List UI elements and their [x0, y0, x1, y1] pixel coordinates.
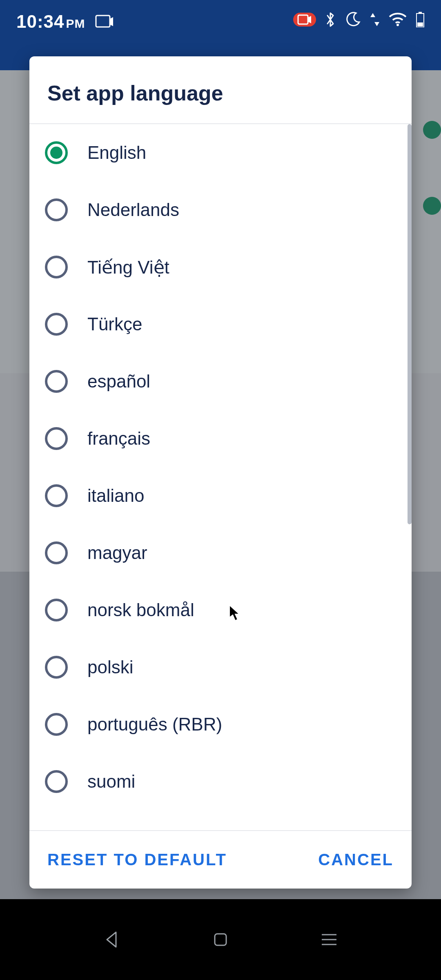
svg-rect-6 — [215, 934, 226, 945]
language-label: Türkçe — [87, 314, 142, 334]
language-label: português (RBR) — [87, 714, 222, 735]
language-option-tieng-viet[interactable]: Tiếng Việt — [29, 238, 412, 296]
language-option-portugues-rbr[interactable]: português (RBR) — [29, 696, 412, 753]
language-option-turkce[interactable]: Türkçe — [29, 296, 412, 353]
status-time-suffix: PM — [66, 17, 85, 30]
bluetooth-icon — [325, 11, 336, 28]
radio-icon — [45, 770, 68, 793]
language-option-norsk-bokmal[interactable]: norsk bokmål — [29, 581, 412, 639]
language-option-polski[interactable]: polski — [29, 639, 412, 696]
language-label: suomi — [87, 771, 135, 792]
battery-icon — [416, 12, 425, 27]
language-label: English — [87, 143, 146, 163]
language-label: italiano — [87, 486, 144, 506]
radio-icon — [45, 484, 68, 507]
language-label: español — [87, 371, 150, 392]
dnd-moon-icon — [345, 11, 361, 28]
radio-icon — [45, 370, 68, 393]
radio-icon — [45, 313, 68, 336]
language-label: Nederlands — [87, 200, 179, 220]
radio-icon — [45, 427, 68, 450]
status-time: 10:34 — [16, 11, 65, 31]
nav-back-button[interactable] — [103, 931, 121, 949]
language-label: français — [87, 428, 150, 449]
language-label: polski — [87, 657, 134, 677]
wifi-icon — [389, 13, 407, 27]
svg-point-2 — [396, 24, 399, 26]
language-option-nederlands[interactable]: Nederlands — [29, 181, 412, 238]
nav-recents-button[interactable] — [320, 932, 338, 947]
scrollbar-thumb[interactable] — [408, 124, 412, 524]
reset-to-default-button[interactable]: RESET TO DEFAULT — [47, 851, 227, 869]
screen-root: 10:34PM — [0, 0, 441, 980]
record-icon — [293, 13, 316, 27]
language-options-list[interactable]: English Nederlands Tiếng Việt Türkçe esp… — [29, 124, 412, 830]
data-updown-icon — [370, 12, 380, 27]
radio-icon — [45, 198, 68, 221]
language-option-francais[interactable]: français — [29, 410, 412, 467]
language-option-espanol[interactable]: español — [29, 353, 412, 410]
svg-rect-0 — [96, 16, 110, 27]
radio-icon — [45, 599, 68, 621]
cursor-icon — [229, 604, 241, 621]
radio-icon — [45, 141, 68, 164]
system-nav-bar — [0, 899, 441, 980]
dialog-title: Set app language — [29, 56, 412, 124]
status-right — [293, 11, 425, 28]
nav-home-button[interactable] — [212, 931, 229, 948]
radio-icon — [45, 656, 68, 679]
status-clock: 10:34PM — [16, 11, 85, 32]
language-option-magyar[interactable]: magyar — [29, 524, 412, 581]
language-label: magyar — [87, 543, 147, 563]
language-option-suomi[interactable]: suomi — [29, 753, 412, 810]
language-option-english[interactable]: English — [29, 124, 412, 181]
cancel-button[interactable]: CANCEL — [318, 851, 394, 869]
status-left: 10:34PM — [16, 11, 113, 32]
dialog-actions: RESET TO DEFAULT CANCEL — [29, 830, 412, 889]
language-dialog: Set app language English Nederlands Tiến… — [29, 56, 412, 889]
svg-rect-1 — [298, 15, 308, 24]
radio-icon — [45, 541, 68, 564]
language-option-italiano[interactable]: italiano — [29, 467, 412, 524]
svg-rect-5 — [417, 22, 423, 27]
language-label: Tiếng Việt — [87, 257, 169, 278]
language-label: norsk bokmål — [87, 600, 194, 620]
screencast-icon — [95, 15, 113, 29]
radio-icon — [45, 713, 68, 736]
radio-icon — [45, 256, 68, 278]
